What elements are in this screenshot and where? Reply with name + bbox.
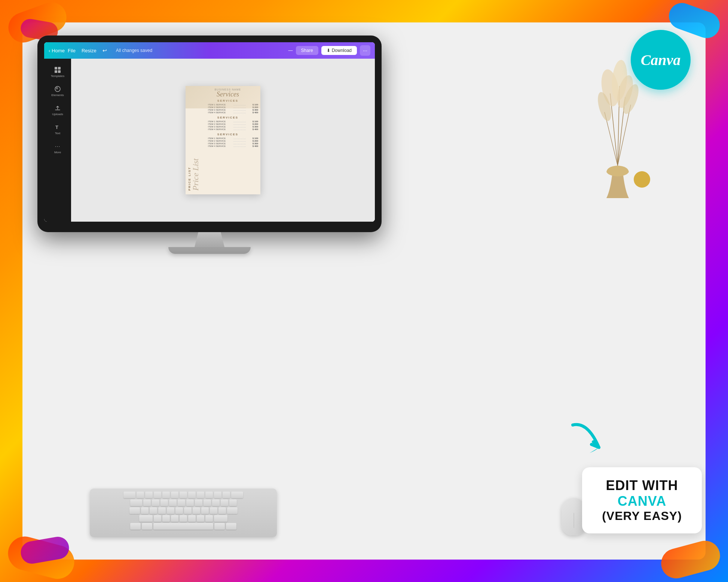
key bbox=[178, 499, 185, 506]
edit-box-line2: CANVA bbox=[596, 493, 688, 509]
download-button[interactable]: ⬇ Download bbox=[321, 46, 357, 55]
edit-box-line3: (VERY EASY) bbox=[596, 509, 688, 523]
svg-rect-16 bbox=[56, 87, 58, 89]
arrow-pointer bbox=[565, 418, 618, 470]
price-list-document: PRICE LIST Price List BUSINESS NAME Serv… bbox=[186, 86, 260, 194]
monitor-base bbox=[168, 247, 251, 254]
key bbox=[169, 499, 177, 506]
key bbox=[210, 507, 217, 514]
sidebar-item-uploads[interactable]: Uploads bbox=[44, 101, 71, 119]
key bbox=[214, 492, 221, 498]
canva-canvas[interactable]: PRICE LIST Price List BUSINESS NAME Serv… bbox=[71, 59, 375, 222]
upload-icon bbox=[54, 104, 61, 112]
monitor-container: ‹ Home File Resize ↩ All changes saved —… bbox=[37, 36, 382, 254]
monitor-stand bbox=[191, 232, 228, 247]
toolbar-nav: File Resize ↩ All changes saved bbox=[68, 47, 285, 53]
key bbox=[167, 507, 174, 514]
sidebar-more-label: More bbox=[54, 151, 61, 154]
list-item: ITEM 4 SERVICE $ 400 bbox=[208, 128, 258, 130]
sidebar-templates-label: Templates bbox=[51, 74, 64, 78]
key bbox=[197, 515, 204, 522]
svg-point-10 bbox=[634, 171, 650, 188]
toolbar-right: — Share ⬇ Download ··· bbox=[288, 45, 370, 56]
key bbox=[227, 507, 238, 514]
key-row-1 bbox=[93, 492, 274, 498]
key bbox=[141, 507, 149, 514]
sidebar-elements-label: Elements bbox=[51, 93, 64, 97]
list-item: ITEM 1 SERVICE $ 100 bbox=[208, 137, 258, 139]
svg-text:T: T bbox=[55, 124, 58, 130]
toolbar-file-label[interactable]: File bbox=[68, 48, 76, 53]
list-item: ITEM 3 SERVICE $ 300 bbox=[208, 142, 258, 145]
key bbox=[171, 492, 178, 498]
spacebar-key bbox=[153, 523, 213, 530]
toolbar-home-label[interactable]: Home bbox=[52, 48, 65, 53]
key bbox=[231, 492, 243, 498]
toolbar-saved-label: All changes saved bbox=[116, 48, 152, 53]
list-item: ITEM 3 SERVICE $ 300 bbox=[208, 126, 258, 128]
edit-box-line1: EDIT WITH bbox=[596, 478, 688, 493]
key bbox=[201, 507, 209, 514]
svg-line-4 bbox=[618, 105, 631, 166]
key bbox=[171, 515, 178, 522]
sidebar-uploads-label: Uploads bbox=[52, 113, 63, 116]
monitor-outer: ‹ Home File Resize ↩ All changes saved —… bbox=[37, 36, 382, 232]
mouse-scroll-wheel bbox=[573, 513, 574, 528]
key bbox=[150, 507, 157, 514]
key bbox=[180, 492, 187, 498]
key bbox=[214, 515, 227, 522]
key bbox=[218, 507, 226, 514]
canva-badge-text: Canva bbox=[641, 51, 681, 69]
key bbox=[139, 515, 153, 522]
sidebar-item-text[interactable]: T Text bbox=[44, 120, 71, 138]
key bbox=[137, 492, 144, 498]
share-button[interactable]: Share bbox=[296, 46, 318, 55]
sidebar-item-elements[interactable]: Elements bbox=[44, 82, 71, 100]
price-section-2: SERVICES ITEM 1 SERVICE $ 100 ITEM 2 SER… bbox=[198, 116, 258, 130]
svg-rect-14 bbox=[58, 70, 61, 73]
key bbox=[154, 492, 161, 498]
key-row-3 bbox=[93, 507, 274, 514]
key bbox=[193, 507, 200, 514]
list-item: ITEM 2 SERVICE $ 200 bbox=[208, 123, 258, 125]
svg-rect-11 bbox=[55, 67, 57, 70]
canva-main: Templates Elements bbox=[44, 59, 375, 222]
key bbox=[162, 492, 170, 498]
key-row-2 bbox=[93, 499, 274, 506]
key bbox=[158, 507, 166, 514]
key bbox=[221, 499, 228, 506]
toolbar-resize-label[interactable]: Resize bbox=[82, 48, 97, 53]
text-icon: T bbox=[54, 123, 61, 131]
section-2-title: SERVICES bbox=[198, 116, 258, 119]
more-options-button[interactable]: ··· bbox=[360, 45, 370, 56]
sidebar-item-more[interactable]: ··· More bbox=[44, 139, 71, 157]
key bbox=[229, 499, 237, 506]
key bbox=[186, 499, 194, 506]
more-icon: ··· bbox=[54, 142, 61, 150]
key bbox=[142, 523, 152, 530]
toolbar-undo-icon[interactable]: ↩ bbox=[103, 47, 107, 53]
key bbox=[204, 499, 211, 506]
key bbox=[205, 515, 213, 522]
key bbox=[130, 523, 141, 530]
key bbox=[188, 492, 196, 498]
key bbox=[212, 499, 220, 506]
key-row-5 bbox=[93, 523, 274, 530]
key bbox=[160, 499, 168, 506]
key bbox=[205, 492, 213, 498]
toolbar-minus-icon: — bbox=[288, 48, 293, 53]
key bbox=[195, 499, 202, 506]
canva-badge: Canva bbox=[631, 30, 691, 90]
chevron-left-icon: ‹ bbox=[49, 48, 50, 53]
canva-sidebar: Templates Elements bbox=[44, 59, 71, 222]
key-row-4 bbox=[93, 515, 274, 522]
key bbox=[180, 515, 187, 522]
list-item: ITEM 1 SERVICE $ 100 bbox=[208, 120, 258, 123]
key bbox=[184, 507, 192, 514]
monitor-screen: ‹ Home File Resize ↩ All changes saved —… bbox=[44, 42, 375, 222]
key bbox=[143, 499, 151, 506]
toolbar-back-button[interactable]: ‹ Home bbox=[49, 48, 65, 53]
sidebar-item-templates[interactable]: Templates bbox=[44, 63, 71, 81]
svg-rect-12 bbox=[58, 67, 61, 70]
key bbox=[226, 523, 236, 530]
